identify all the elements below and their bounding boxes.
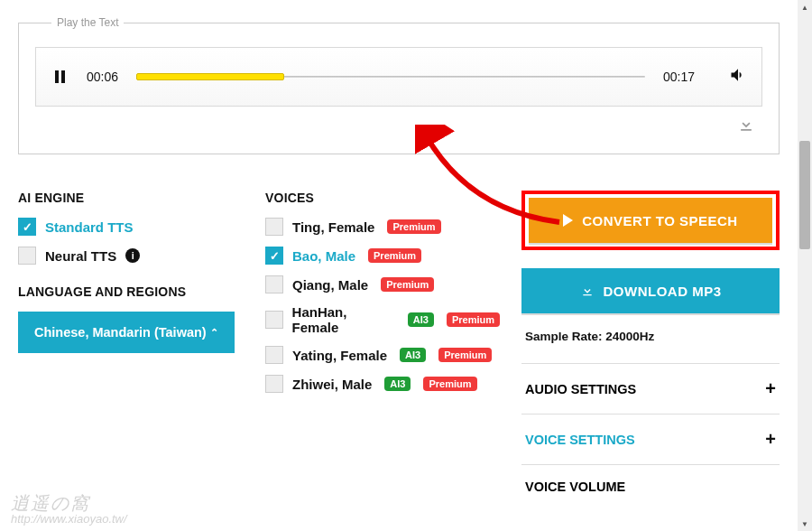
checkbox[interactable] bbox=[265, 218, 283, 236]
play-icon bbox=[563, 214, 573, 227]
voice-label: HanHan, Female bbox=[292, 304, 395, 335]
checkbox[interactable] bbox=[18, 218, 36, 236]
voice-settings-accordion[interactable]: VOICE SETTINGS + bbox=[521, 414, 780, 464]
language-label: Chinese, Mandarin (Taiwan) bbox=[34, 325, 207, 340]
audio-settings-accordion[interactable]: AUDIO SETTINGS + bbox=[521, 363, 780, 414]
checkbox[interactable] bbox=[265, 311, 283, 329]
player-fieldset: Play the Text 00:06 00:17 bbox=[18, 16, 780, 154]
audio-player: 00:06 00:17 bbox=[35, 47, 762, 107]
page-scrollbar[interactable]: ▲ ▼ bbox=[798, 0, 812, 531]
voice-settings-label: VOICE SETTINGS bbox=[525, 433, 635, 447]
voice-label: Ting, Female bbox=[292, 219, 374, 235]
plus-icon: + bbox=[765, 378, 776, 399]
checkbox[interactable] bbox=[18, 247, 36, 265]
chevron-up-icon: ⌃ bbox=[210, 327, 218, 339]
progress-bar[interactable] bbox=[136, 73, 645, 80]
download-mp3-button[interactable]: DOWNLOAD MP3 bbox=[521, 268, 780, 313]
premium-badge: Premium bbox=[368, 248, 421, 263]
voice-volume-label: VOICE VOLUME bbox=[525, 480, 625, 494]
premium-badge: Premium bbox=[387, 219, 440, 234]
voice-label: Yating, Female bbox=[292, 348, 387, 363]
sample-rate: Sample Rate: 24000Hz bbox=[525, 330, 780, 343]
scroll-track[interactable] bbox=[798, 14, 812, 517]
pause-icon bbox=[55, 70, 65, 83]
scroll-down-icon[interactable]: ▼ bbox=[798, 517, 812, 531]
engine-label: Neural TTS bbox=[45, 248, 116, 264]
premium-badge: Premium bbox=[447, 312, 500, 327]
volume-icon bbox=[729, 66, 747, 84]
info-icon[interactable]: i bbox=[125, 248, 140, 263]
convert-label: CONVERT TO SPEECH bbox=[582, 213, 737, 228]
checkbox[interactable] bbox=[265, 375, 283, 393]
total-time: 00:17 bbox=[663, 70, 695, 84]
voice-option[interactable]: Qiang, MalePremium bbox=[265, 275, 500, 293]
volume-button[interactable] bbox=[729, 66, 747, 88]
language-dropdown[interactable]: Chinese, Mandarin (Taiwan) ⌃ bbox=[18, 312, 235, 353]
voice-option[interactable]: Bao, MalePremium bbox=[265, 247, 500, 265]
checkbox[interactable] bbox=[265, 346, 283, 364]
ai-badge: AI3 bbox=[408, 312, 434, 327]
premium-badge: Premium bbox=[381, 277, 434, 292]
voice-label: Zhiwei, Male bbox=[292, 377, 372, 392]
player-download-button[interactable] bbox=[737, 116, 755, 137]
voice-option[interactable]: HanHan, FemaleAI3Premium bbox=[265, 304, 500, 335]
checkbox[interactable] bbox=[265, 275, 283, 293]
voice-label: Bao, Male bbox=[292, 248, 355, 264]
engine-label: Standard TTS bbox=[45, 219, 134, 235]
engine-option[interactable]: Standard TTS bbox=[18, 218, 244, 236]
current-time: 00:06 bbox=[87, 70, 118, 84]
ai-badge: AI3 bbox=[400, 348, 426, 362]
plus-icon: + bbox=[765, 429, 776, 450]
voice-label: Qiang, Male bbox=[292, 277, 368, 293]
ai-badge: AI3 bbox=[384, 377, 411, 391]
progress-fill bbox=[136, 73, 284, 80]
voice-volume-heading: VOICE VOLUME bbox=[521, 464, 780, 494]
watermark: 逍遥の窩 http://www.xiaoyao.tw/ bbox=[11, 494, 127, 526]
scroll-up-icon[interactable]: ▲ bbox=[798, 0, 812, 14]
scroll-thumb[interactable] bbox=[799, 141, 810, 249]
download-icon bbox=[737, 116, 755, 134]
premium-badge: Premium bbox=[423, 377, 476, 391]
premium-badge: Premium bbox=[438, 348, 492, 362]
audio-settings-label: AUDIO SETTINGS bbox=[525, 382, 636, 396]
convert-highlight: CONVERT TO SPEECH bbox=[521, 191, 780, 250]
convert-button[interactable]: CONVERT TO SPEECH bbox=[529, 198, 772, 243]
pause-button[interactable] bbox=[51, 70, 69, 83]
engine-option[interactable]: Neural TTSi bbox=[18, 247, 244, 265]
player-legend: Play the Text bbox=[51, 16, 124, 29]
watermark-cn: 逍遥の窩 bbox=[11, 494, 127, 512]
voice-option[interactable]: Yating, FemaleAI3Premium bbox=[265, 346, 500, 364]
voice-option[interactable]: Zhiwei, MaleAI3Premium bbox=[265, 375, 500, 393]
voices-heading: VOICES bbox=[265, 191, 500, 205]
download-label: DOWNLOAD MP3 bbox=[604, 284, 722, 299]
watermark-url: http://www.xiaoyao.tw/ bbox=[11, 512, 127, 526]
ai-engine-heading: AI ENGINE bbox=[18, 191, 244, 205]
checkbox[interactable] bbox=[265, 247, 283, 265]
voice-option[interactable]: Ting, FemalePremium bbox=[265, 218, 500, 236]
download-icon bbox=[580, 284, 595, 298]
language-heading: LANGUAGE AND REGIONS bbox=[18, 284, 244, 299]
